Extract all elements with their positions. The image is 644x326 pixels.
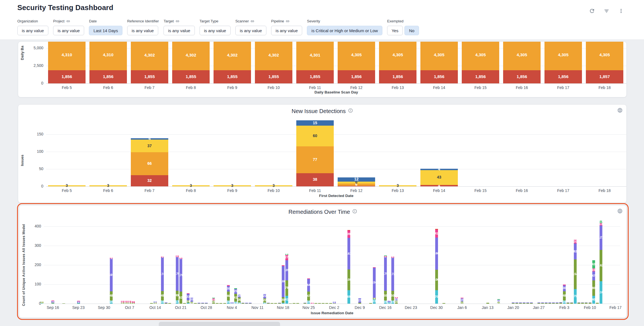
bar-segment-olive[interactable]	[168, 303, 171, 304]
bar-segment-magenta[interactable]	[384, 256, 387, 257]
bar-segment-olive[interactable]	[176, 291, 179, 300]
bar-segment-critical[interactable]	[255, 70, 292, 83]
bar-segment-teal[interactable]	[161, 301, 164, 304]
bar-segment-purple[interactable]	[395, 298, 398, 301]
bar-segment-olive[interactable]	[296, 303, 299, 304]
bar-segment-olive[interactable]	[358, 303, 361, 304]
bar-segment-olive[interactable]	[278, 303, 281, 304]
bar-segment-purple[interactable]	[497, 300, 500, 302]
bar-segment-critical[interactable]	[338, 186, 375, 186]
bar-segment-teal[interactable]	[238, 302, 241, 304]
bar-segment-critical[interactable]	[379, 70, 416, 83]
bar-segment-teal[interactable]	[41, 303, 43, 304]
bar-segment-purple[interactable]	[373, 268, 376, 298]
bar-segment-magenta[interactable]	[395, 297, 398, 298]
bar-segment-olive[interactable]	[589, 303, 591, 304]
bar-segment-olive[interactable]	[198, 303, 200, 304]
bar-segment-green[interactable]	[592, 260, 595, 269]
bar-segment-purple[interactable]	[304, 303, 306, 303]
bar-segment-purple[interactable]	[515, 302, 518, 303]
bar-segment-purple[interactable]	[570, 302, 573, 303]
bar-segment-olive[interactable]	[307, 292, 310, 301]
bar-segment-high[interactable]	[48, 41, 86, 70]
bar-segment-olive[interactable]	[234, 294, 237, 302]
bar-segment-magenta[interactable]	[187, 293, 190, 294]
bar-segment-magenta[interactable]	[132, 301, 135, 303]
bar-segment-olive[interactable]	[187, 300, 190, 303]
info-icon[interactable]	[352, 209, 357, 215]
refresh-icon[interactable]	[589, 8, 595, 15]
bar-segment-olive[interactable]	[205, 303, 208, 304]
bar-segment-purple[interactable]	[530, 302, 533, 303]
bar-segment-purple[interactable]	[391, 258, 394, 291]
bar-segment-olive[interactable]	[530, 303, 533, 304]
bar-segment-low[interactable]	[131, 138, 168, 140]
bar-segment-teal[interactable]	[176, 300, 179, 304]
bar-segment-olive[interactable]	[600, 250, 602, 281]
bar-segment-olive[interactable]	[435, 270, 438, 290]
bar-segment-critical[interactable]	[544, 70, 582, 83]
bar-segment-green[interactable]	[600, 221, 602, 223]
bar-segment-magenta[interactable]	[179, 258, 182, 259]
bar-segment-olive[interactable]	[128, 302, 131, 304]
bar-segment-purple[interactable]	[581, 302, 584, 303]
bar-segment-olive[interactable]	[322, 303, 325, 304]
bar-segment-purple[interactable]	[435, 238, 438, 270]
bar-segment-purple[interactable]	[282, 266, 285, 297]
bar-segment-olive[interactable]	[314, 303, 317, 304]
bar-segment-teal[interactable]	[187, 303, 190, 304]
bar-segment-olive[interactable]	[395, 301, 398, 304]
bar-segment-olive[interactable]	[442, 303, 445, 304]
bar-segment-purple[interactable]	[285, 260, 288, 280]
filter-chip-is-any-value[interactable]: is any value	[17, 26, 48, 35]
bar-segment-critical[interactable]	[503, 70, 541, 83]
bar-segment-medium[interactable]	[131, 140, 168, 153]
bar-segment-high[interactable]	[131, 41, 168, 70]
bar-segment-olive[interactable]	[125, 302, 127, 304]
bar-segment-high[interactable]	[296, 146, 334, 173]
bar-segment-critical[interactable]	[338, 70, 375, 83]
bar-segment-green[interactable]	[212, 298, 215, 298]
bar-segment-olive[interactable]	[194, 303, 197, 304]
bar-segment-purple[interactable]	[589, 302, 591, 303]
bar-segment-olive[interactable]	[333, 303, 336, 304]
bar-segment-purple[interactable]	[187, 294, 190, 300]
bar-segment-olive[interactable]	[592, 280, 595, 296]
bar-segment-purple[interactable]	[384, 257, 387, 291]
bar-segment-olive[interactable]	[62, 303, 65, 304]
bar-segment-teal[interactable]	[77, 303, 80, 304]
filter-chip-is-any-value[interactable]: is any value	[127, 26, 158, 35]
bar-segment-olive[interactable]	[325, 303, 328, 304]
bar-segment-purple[interactable]	[388, 301, 390, 302]
bar-segment-critical[interactable]	[420, 185, 458, 186]
bar-segment-olive[interactable]	[121, 302, 124, 304]
bar-segment-critical[interactable]	[214, 70, 251, 83]
bar-segment-olive[interactable]	[165, 303, 167, 304]
bar-segment-purple[interactable]	[461, 298, 463, 301]
bar-segment-teal[interactable]	[110, 301, 113, 304]
bar-segment-teal[interactable]	[307, 301, 310, 304]
bar-segment-purple[interactable]	[161, 257, 164, 291]
bar-segment-high[interactable]	[172, 41, 210, 70]
bar-segment-olive[interactable]	[212, 301, 215, 304]
bar-segment-teal[interactable]	[282, 303, 285, 304]
bar-segment-purple[interactable]	[519, 302, 522, 303]
bar-segment-teal[interactable]	[227, 301, 230, 304]
bar-segment-low[interactable]	[420, 169, 458, 170]
bar-segment-olive[interactable]	[515, 303, 518, 304]
bar-segment-purple[interactable]	[563, 285, 566, 291]
bar-segment-low[interactable]	[296, 120, 334, 126]
bar-segment-purple[interactable]	[234, 289, 237, 294]
bar-segment-magenta[interactable]	[212, 298, 215, 301]
bar-segment-olive[interactable]	[161, 291, 164, 301]
bar-segment-teal[interactable]	[391, 301, 394, 304]
bar-segment-olive[interactable]	[271, 303, 273, 304]
bar-segment-purple[interactable]	[556, 302, 558, 303]
bar-segment-olive[interactable]	[77, 303, 80, 304]
bar-segment-medium[interactable]	[338, 182, 375, 184]
bar-segment-green[interactable]	[285, 254, 288, 255]
filter-chip-is-any-value[interactable]: is any value	[53, 26, 84, 35]
bar-segment-teal[interactable]	[388, 302, 390, 304]
globe-icon[interactable]	[617, 208, 623, 214]
bar-segment-olive[interactable]	[274, 303, 277, 304]
